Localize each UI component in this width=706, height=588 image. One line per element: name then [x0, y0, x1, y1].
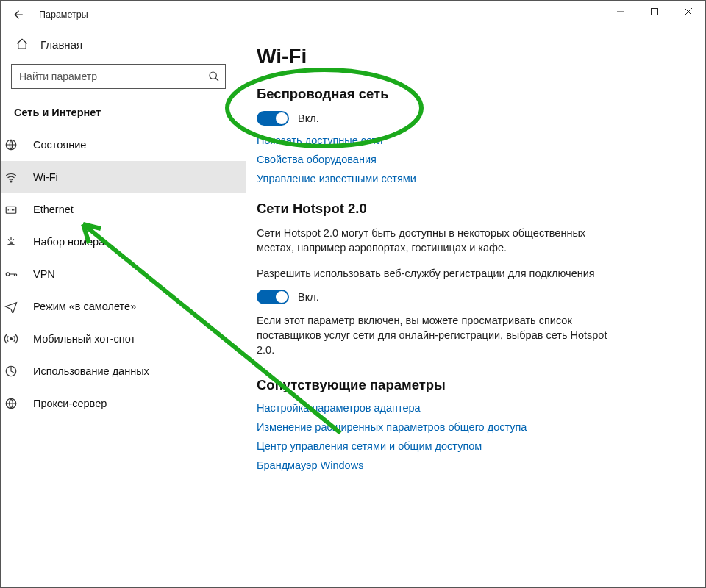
sidebar-item-label: Режим «в самолете» — [33, 301, 136, 312]
page-title: Wi-Fi — [257, 45, 685, 68]
airplane-icon — [4, 299, 18, 314]
svg-point-7 — [10, 338, 13, 340]
main-content: Wi-Fi Беспроводная сеть Вкл. Показать до… — [236, 29, 705, 588]
search-wrap — [11, 64, 226, 89]
window-controls — [604, 1, 705, 29]
status-icon — [4, 137, 18, 152]
sidebar-item-label: Мобильный хот-спот — [33, 333, 135, 345]
wifi-toggle-row: Вкл. — [257, 111, 685, 126]
sidebar-item-label: Прокси-сервер — [33, 398, 107, 409]
wifi-section-heading: Беспроводная сеть — [257, 86, 685, 102]
home-label: Главная — [40, 38, 82, 51]
link-hardware-properties[interactable]: Свойства оборудования — [257, 154, 685, 165]
sidebar-item-ethernet[interactable]: Ethernet — [0, 193, 246, 226]
maximize-icon — [650, 7, 659, 16]
titlebar: Параметры — [1, 1, 705, 29]
wifi-icon — [4, 170, 18, 184]
toggle-knob — [276, 291, 288, 303]
proxy-icon — [4, 396, 18, 411]
arrow-left-icon — [11, 8, 24, 21]
minimize-button[interactable] — [604, 1, 638, 23]
sidebar-item-label: Состояние — [33, 139, 86, 151]
link-network-center[interactable]: Центр управления сетями и общим доступом — [257, 440, 685, 452]
sidebar-item-datausage[interactable]: Использование данных — [0, 355, 246, 387]
svg-rect-4 — [6, 207, 16, 213]
maximize-button[interactable] — [638, 1, 671, 23]
close-icon — [684, 7, 693, 16]
toggle-knob — [276, 112, 288, 124]
dialup-icon — [4, 234, 18, 249]
search-icon — [208, 71, 220, 82]
hotspot-desc-2: Если этот параметр включен, вы можете пр… — [257, 313, 610, 358]
sidebar-item-vpn[interactable]: VPN — [0, 258, 246, 290]
link-adapter-settings[interactable]: Настройка параметров адаптера — [257, 402, 685, 414]
sidebar-item-label: Wi-Fi — [33, 171, 58, 183]
svg-point-3 — [10, 181, 12, 182]
titlebar-left: Параметры — [7, 7, 88, 23]
hotspot-toggle[interactable] — [257, 290, 289, 304]
hotspot-section-heading: Сети Hotspot 2.0 — [257, 201, 685, 217]
sidebar-item-dialup[interactable]: Набор номера — [0, 226, 246, 258]
minimize-icon — [616, 7, 625, 16]
wifi-toggle-label: Вкл. — [298, 112, 319, 124]
vpn-icon — [4, 267, 18, 282]
settings-window: Параметры Главная — [0, 0, 706, 588]
hotspot-desc-1: Сети Hotspot 2.0 могут быть доступны в н… — [257, 226, 610, 256]
nav-list: Состояние Wi-Fi Ethernet — [0, 129, 246, 420]
home-icon — [15, 37, 29, 51]
hotspot-icon — [4, 331, 18, 346]
hotspot-toggle-row: Вкл. — [257, 290, 685, 304]
home-button[interactable]: Главная — [11, 29, 226, 60]
link-available-networks[interactable]: Показать доступные сети — [257, 135, 685, 146]
close-button[interactable] — [671, 1, 705, 23]
link-windows-firewall[interactable]: Брандмауэр Windows — [257, 459, 685, 471]
back-button[interactable] — [7, 7, 29, 23]
svg-rect-0 — [652, 9, 658, 15]
search-input[interactable] — [11, 64, 226, 89]
sidebar-item-airplane[interactable]: Режим «в самолете» — [0, 290, 246, 323]
hotspot-allow-label: Разрешить использовать веб-службу регист… — [257, 266, 610, 281]
svg-point-1 — [210, 72, 216, 79]
sidebar-item-label: Набор номера — [33, 236, 104, 248]
sidebar-item-label: Использование данных — [33, 365, 149, 377]
sidebar: Главная Сеть и Интернет Состояние — [1, 29, 236, 588]
sidebar-item-status[interactable]: Состояние — [0, 129, 246, 161]
link-known-networks[interactable]: Управление известными сетями — [257, 173, 685, 184]
category-title: Сеть и Интернет — [11, 102, 226, 129]
hotspot-toggle-label: Вкл. — [298, 291, 319, 303]
sidebar-item-proxy[interactable]: Прокси-сервер — [0, 387, 246, 420]
svg-point-5 — [10, 242, 13, 244]
sidebar-inner: Главная Сеть и Интернет — [1, 29, 236, 129]
sidebar-item-hotspot[interactable]: Мобильный хот-спот — [0, 323, 246, 355]
wifi-toggle[interactable] — [257, 111, 289, 126]
ethernet-icon — [4, 202, 18, 217]
sidebar-item-label: VPN — [33, 268, 55, 280]
sidebar-item-label: Ethernet — [33, 204, 74, 215]
svg-point-6 — [6, 273, 10, 276]
window-title: Параметры — [39, 10, 88, 20]
body: Главная Сеть и Интернет Состояние — [1, 29, 705, 588]
data-usage-icon — [4, 364, 18, 379]
link-advanced-sharing[interactable]: Изменение расширенных параметров общего … — [257, 421, 685, 433]
sidebar-item-wifi[interactable]: Wi-Fi — [0, 161, 246, 193]
related-section-heading: Сопутствующие параметры — [257, 377, 685, 393]
